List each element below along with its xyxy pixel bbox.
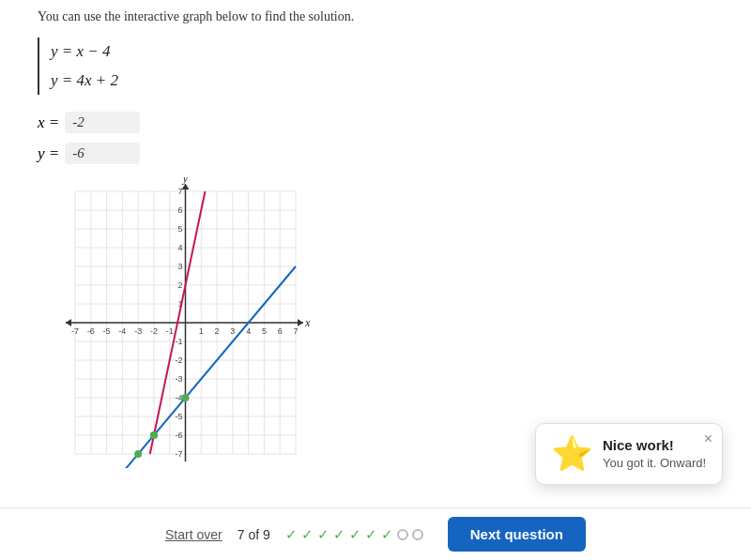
start-over-button[interactable]: Start over [165,527,222,542]
circle-1 [397,529,408,540]
feedback-subtitle: You got it. Onward! [603,456,707,470]
check-4: ✓ [333,526,345,543]
y-label: y = [38,144,59,163]
x-input[interactable] [65,112,140,133]
feedback-close-button[interactable]: × [704,431,713,446]
next-question-button[interactable]: Next question [448,517,586,552]
check-1: ✓ [285,526,298,543]
instruction-text: You can use the interactive graph below … [38,9,713,24]
x-input-row: x = [38,112,713,133]
y-input[interactable] [65,143,140,164]
check-3: ✓ [317,526,330,543]
graph-canvas[interactable] [38,177,310,468]
circle-2 [412,529,423,540]
feedback-title: Nice work! [603,437,707,453]
equation-1: y = x − 4 [51,38,118,67]
check-5: ✓ [349,526,361,543]
check-7: ✓ [381,526,393,543]
check-marks: ✓ ✓ ✓ ✓ ✓ ✓ ✓ [285,526,423,543]
feedback-popup: ⭐ Nice work! You got it. Onward! × [535,423,723,485]
check-2: ✓ [301,526,314,543]
progress-text: 7 of 9 [238,527,270,542]
check-6: ✓ [365,526,377,543]
y-input-row: y = [38,143,713,164]
star-icon: ⭐ [551,437,593,471]
main-content: You can use the interactive graph below … [0,0,751,472]
bottom-bar: Start over 7 of 9 ✓ ✓ ✓ ✓ ✓ ✓ ✓ Next que… [0,507,751,560]
feedback-text-block: Nice work! You got it. Onward! [603,437,707,470]
equation-2: y = 4x + 2 [51,67,118,96]
graph-container [38,177,310,472]
equations-box: y = x − 4 y = 4x + 2 [38,38,118,95]
x-label: x = [38,114,59,132]
